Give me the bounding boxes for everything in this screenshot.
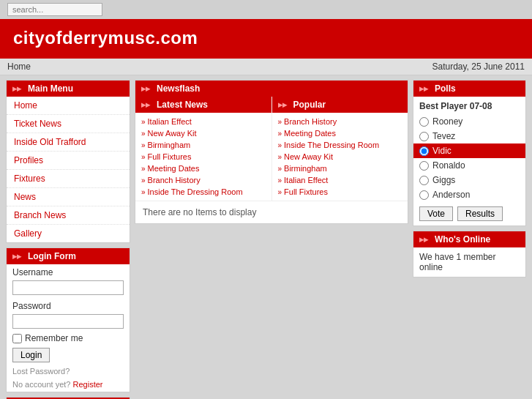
center-content: Newsflash Latest News Italian Effect New…	[135, 80, 408, 399]
who-online-section: Who's Online We have 1 member online	[413, 231, 526, 277]
popular-col: Popular Branch History Meeting Dates Ins…	[272, 97, 408, 201]
list-item: Branch History	[275, 116, 405, 127]
polls-question: Best Player 07-08	[413, 97, 525, 114]
menu-item-gallery[interactable]: Gallery	[7, 225, 130, 242]
main-layout: Main Menu Home Ticket News Inside Old Tr…	[0, 75, 532, 399]
newsflash-label: Newsflash	[157, 83, 200, 94]
list-item: Inside The Dressing Room	[138, 186, 269, 198]
password-input[interactable]	[12, 314, 124, 329]
main-menu-header: Main Menu	[7, 81, 130, 97]
remember-row: Remember me	[7, 332, 130, 345]
polls-arrow-icon	[419, 86, 431, 92]
list-item: Branch History	[138, 174, 269, 186]
right-sidebar: Polls Best Player 07-08 Rooney Tevez Vid…	[413, 80, 526, 399]
list-item: Full Fixtures	[275, 186, 405, 198]
results-button[interactable]: Results	[457, 206, 503, 221]
poll-radio-vidic[interactable]	[419, 146, 429, 156]
popular-item-4[interactable]: Birmingham	[284, 164, 327, 173]
latest-item-2[interactable]: Birmingham	[148, 141, 191, 149]
latest-news-label: Latest News	[157, 100, 208, 110]
popular-arrow-icon	[278, 102, 290, 108]
popular-item-2[interactable]: Inside The Dressing Room	[284, 141, 379, 149]
poll-label-rooney: Rooney	[432, 116, 462, 127]
poll-option-anderson: Anderson	[413, 187, 525, 202]
poll-option-ronaldo: Ronaldo	[413, 158, 525, 173]
poll-radio-anderson[interactable]	[419, 190, 429, 200]
latest-item-0[interactable]: Italian Effect	[148, 117, 192, 126]
poll-radio-rooney[interactable]	[419, 117, 429, 127]
polls-header: Polls	[413, 81, 525, 97]
search-input[interactable]	[7, 3, 102, 16]
menu-item-ticket-news[interactable]: Ticket News	[7, 115, 130, 133]
latest-item-5[interactable]: Branch History	[148, 176, 201, 184]
popular-item-6[interactable]: Full Fixtures	[284, 187, 328, 196]
register-link: No account yet? Register	[7, 379, 130, 392]
login-arrow-icon	[12, 253, 24, 260]
latest-item-3[interactable]: Full Fixtures	[148, 152, 192, 161]
menu-item-fixtures[interactable]: Fixtures	[7, 170, 130, 188]
poll-label-tevez: Tevez	[432, 131, 455, 141]
polls-label: Polls	[435, 83, 456, 94]
poll-radio-giggs[interactable]	[419, 176, 429, 185]
nav-bar: Home Saturday, 25 June 2011	[0, 59, 532, 75]
login-form-label: Login Form	[28, 251, 76, 261]
popular-item-1[interactable]: Meeting Dates	[284, 129, 336, 138]
popular-label: Popular	[293, 100, 326, 110]
menu-item-news[interactable]: News	[7, 188, 130, 206]
newsflash-arrow-icon	[141, 86, 153, 92]
who-online-label: Who's Online	[435, 234, 490, 245]
username-input[interactable]	[12, 280, 124, 295]
header: cityofderrymusc.com	[0, 19, 532, 59]
top-bar	[0, 0, 532, 19]
poll-label-ronaldo: Ronaldo	[432, 160, 465, 171]
latest-item-1[interactable]: New Away Kit	[148, 129, 197, 138]
password-label: Password	[7, 298, 130, 313]
poll-option-vidic: Vidic	[413, 143, 525, 158]
poll-radio-ronaldo[interactable]	[419, 161, 429, 171]
no-items-text: There are no Items to display	[135, 201, 408, 223]
popular-item-3[interactable]: New Away Kit	[284, 152, 333, 161]
nav-date: Saturday, 25 June 2011	[432, 61, 525, 72]
list-item: Meeting Dates	[275, 127, 405, 139]
latest-item-4[interactable]: Meeting Dates	[148, 164, 200, 173]
popular-item-5[interactable]: Italian Effect	[284, 176, 328, 184]
menu-item-home[interactable]: Home	[7, 97, 130, 115]
vote-button[interactable]: Vote	[419, 206, 453, 221]
sidebar: Main Menu Home Ticket News Inside Old Tr…	[6, 80, 130, 399]
poll-option-rooney: Rooney	[413, 114, 525, 129]
list-item: Inside The Dressing Room	[275, 139, 405, 151]
list-item: Italian Effect	[138, 116, 269, 127]
list-item: Italian Effect	[275, 174, 405, 186]
news-columns: Latest News Italian Effect New Away Kit …	[135, 97, 408, 201]
latest-news-header: Latest News	[135, 97, 271, 113]
login-form-section: Login Form Username Password Remember me…	[6, 247, 130, 392]
username-label: Username	[7, 264, 130, 279]
list-item: Full Fixtures	[138, 151, 269, 163]
lost-password-link: Lost Password?	[7, 365, 130, 379]
popular-list: Branch History Meeting Dates Inside The …	[272, 113, 408, 201]
menu-item-profiles[interactable]: Profiles	[7, 152, 130, 170]
list-item: New Away Kit	[275, 151, 405, 163]
nav-home[interactable]: Home	[7, 61, 31, 72]
menu-item-inside-old-trafford[interactable]: Inside Old Trafford	[7, 133, 130, 152]
poll-label-vidic: Vidic	[432, 146, 452, 156]
poll-label-anderson: Anderson	[432, 190, 470, 200]
poll-radio-tevez[interactable]	[419, 132, 429, 141]
main-menu-label: Main Menu	[28, 83, 73, 94]
menu-item-branch-news[interactable]: Branch News	[7, 206, 130, 225]
site-title[interactable]: cityofderrymusc.com	[13, 28, 198, 48]
remember-label: Remember me	[25, 333, 83, 343]
who-online-text: We have 1 member online	[413, 247, 525, 277]
popular-header: Popular	[272, 97, 408, 113]
login-form-header: Login Form	[7, 248, 130, 264]
newsflash-section: Newsflash Latest News Italian Effect New…	[135, 80, 408, 224]
poll-option-giggs: Giggs	[413, 173, 525, 187]
list-item: Birmingham	[138, 139, 269, 151]
register-anchor[interactable]: Register	[73, 380, 103, 389]
list-item: Birmingham	[275, 163, 405, 174]
login-button[interactable]: Login	[12, 348, 50, 362]
newsflash-header: Newsflash	[135, 81, 408, 97]
latest-item-6[interactable]: Inside The Dressing Room	[148, 187, 243, 196]
remember-checkbox[interactable]	[12, 334, 22, 343]
popular-item-0[interactable]: Branch History	[284, 117, 337, 126]
